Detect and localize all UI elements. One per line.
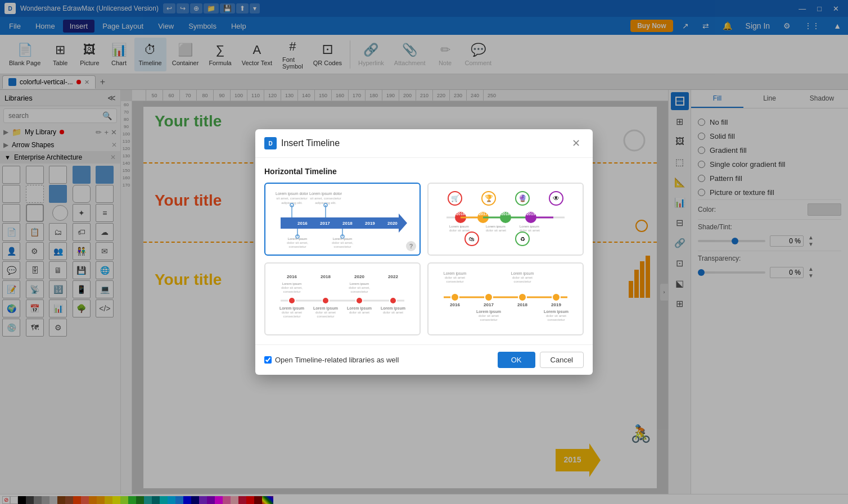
svg-text:Lorem ipsum: Lorem ipsum [511, 271, 534, 276]
svg-text:2019: 2019 [551, 302, 561, 307]
modal-title: D Insert Timeline [264, 137, 340, 149]
open-libraries-checkbox-label[interactable]: Open Timeline-related libraries as well [264, 356, 399, 364]
svg-point-82 [390, 297, 396, 304]
modal-logo: D [264, 137, 277, 149]
svg-text:sit amet, consectetur: sit amet, consectetur [310, 197, 341, 200]
svg-text:consectetur: consectetur [317, 315, 334, 318]
svg-text:2018: 2018 [517, 302, 527, 307]
timeline-options-grid: Lorem ipsum dolor sit amet, consectetur … [264, 183, 584, 335]
svg-text:2017: 2017 [320, 221, 330, 226]
timeline-section-title: Horizontal Timeline [264, 167, 584, 176]
modal-header: D Insert Timeline ✕ [255, 129, 593, 158]
svg-text:2017: 2017 [479, 212, 488, 216]
modal-footer-buttons: OK Cancel [498, 352, 584, 368]
timeline-1-help: ? [406, 241, 416, 251]
modal-footer: Open Timeline-related libraries as well … [255, 344, 593, 375]
svg-text:consectetur: consectetur [513, 280, 531, 283]
insert-timeline-modal: D Insert Timeline ✕ Horizontal Timeline … [255, 129, 593, 375]
svg-text:dolor sit amet,: dolor sit amet, [281, 286, 303, 289]
svg-point-80 [322, 297, 329, 304]
svg-text:🏆: 🏆 [485, 194, 493, 202]
timeline-preview-3: 2016 2018 2020 2022 Lorem ipsum dolor si… [265, 264, 420, 334]
svg-text:consectetur: consectetur [547, 318, 565, 321]
svg-point-103 [552, 293, 560, 301]
svg-text:Lorem ipsum: Lorem ipsum [282, 282, 302, 285]
modal-title-text: Insert Timeline [281, 138, 340, 148]
modal-close-btn[interactable]: ✕ [569, 136, 584, 151]
svg-text:Lorem ipsum: Lorem ipsum [288, 237, 308, 240]
svg-text:Lorem ipsum: Lorem ipsum [313, 306, 338, 311]
svg-text:sit amet, consectetur: sit amet, consectetur [276, 197, 307, 200]
svg-text:dolor sit amet: dolor sit amet [479, 314, 499, 317]
svg-text:2017: 2017 [484, 302, 494, 307]
open-libraries-checkbox[interactable] [264, 356, 272, 364]
svg-text:consectetur: consectetur [333, 245, 351, 248]
svg-text:Lorem ipsum: Lorem ipsum [381, 306, 405, 311]
svg-text:🛒: 🛒 [451, 194, 459, 202]
timeline-option-3[interactable]: 2016 2018 2020 2022 Lorem ipsum dolor si… [264, 262, 421, 335]
svg-point-79 [288, 297, 295, 304]
svg-text:2019: 2019 [526, 212, 535, 216]
svg-text:🛍: 🛍 [469, 236, 475, 242]
svg-text:🔮: 🔮 [518, 194, 527, 202]
modal-ok-btn[interactable]: OK [498, 352, 535, 368]
svg-text:👁: 👁 [553, 194, 560, 202]
open-libraries-label-text: Open Timeline-related libraries as well [275, 356, 399, 364]
svg-text:consectetur: consectetur [446, 280, 463, 283]
svg-text:Lorem ipsum: Lorem ipsum [520, 225, 539, 228]
timeline-preview-2: 🛒 🏆 🔮 👁 [428, 184, 583, 255]
svg-text:2019: 2019 [365, 221, 375, 226]
svg-text:♻: ♻ [520, 236, 525, 242]
svg-text:dolor sit amet: dolor sit amet [512, 276, 533, 279]
svg-text:Lorem ipsum: Lorem ipsum [476, 310, 501, 314]
timeline-preview-4: Lorem ipsum dolor sit amet consectetur L… [428, 264, 583, 334]
svg-text:2018: 2018 [342, 221, 353, 226]
svg-point-81 [356, 297, 363, 304]
svg-text:Lorem ipsum: Lorem ipsum [486, 225, 506, 228]
svg-text:2020: 2020 [549, 212, 558, 216]
svg-point-101 [485, 293, 493, 301]
svg-text:2016: 2016 [287, 274, 297, 279]
svg-text:dolor sit amet: dolor sit amet [486, 229, 506, 232]
svg-text:Lorem ipsum: Lorem ipsum [444, 271, 467, 276]
svg-text:dolor sit amet: dolor sit amet [383, 311, 403, 314]
svg-text:dolor sit amet: dolor sit amet [445, 276, 465, 279]
svg-text:2016: 2016 [450, 302, 460, 307]
svg-text:2016: 2016 [297, 221, 308, 226]
timeline-option-2[interactable]: 🛒 🏆 🔮 👁 [427, 183, 584, 256]
svg-text:Lorem ipsum: Lorem ipsum [333, 237, 353, 240]
svg-text:dolor sit amet,: dolor sit amet, [349, 286, 370, 289]
modal-cancel-btn[interactable]: Cancel [540, 352, 584, 368]
svg-text:dolor sit amet,: dolor sit amet, [287, 241, 308, 244]
svg-point-100 [451, 293, 459, 301]
modal-body: Horizontal Timeline Lorem ipsum dolor si… [255, 158, 593, 344]
svg-text:consectetur: consectetur [288, 245, 306, 248]
modal-overlay[interactable]: D Insert Timeline ✕ Horizontal Timeline … [0, 0, 848, 504]
svg-text:Lorem ipsum: Lorem ipsum [449, 225, 469, 228]
svg-text:dolor sit amet: dolor sit amet [282, 311, 302, 314]
timeline-option-4[interactable]: Lorem ipsum dolor sit amet consectetur L… [427, 262, 584, 335]
svg-text:2018: 2018 [501, 212, 510, 216]
svg-text:2016: 2016 [456, 212, 465, 216]
svg-text:dolor sit amet,: dolor sit amet, [332, 241, 353, 244]
svg-text:consectetur: consectetur [283, 290, 300, 293]
svg-text:Lorem ipsum: Lorem ipsum [544, 310, 569, 314]
svg-text:Lorem ipsum dolor: Lorem ipsum dolor [276, 192, 309, 196]
timeline-preview-1: Lorem ipsum dolor sit amet, consectetur … [265, 184, 420, 255]
svg-text:adipiscing elit.: adipiscing elit. [281, 201, 303, 205]
svg-text:consectetur: consectetur [350, 290, 368, 293]
svg-text:2020: 2020 [387, 221, 398, 226]
svg-text:adipiscing elit.: adipiscing elit. [315, 201, 336, 205]
svg-text:2018: 2018 [321, 274, 331, 279]
svg-text:2022: 2022 [388, 274, 398, 279]
svg-point-102 [518, 293, 526, 301]
svg-text:2020: 2020 [354, 274, 364, 279]
svg-text:Lorem ipsum: Lorem ipsum [347, 306, 372, 311]
svg-text:dolor sit amet: dolor sit amet [315, 311, 336, 314]
svg-text:Lorem ipsum dolor: Lorem ipsum dolor [309, 192, 342, 196]
svg-text:consectetur: consectetur [283, 315, 300, 318]
svg-text:dolor sit amet: dolor sit amet [349, 311, 369, 314]
svg-text:Lorem ipsum: Lorem ipsum [279, 306, 304, 311]
timeline-option-1[interactable]: Lorem ipsum dolor sit amet, consectetur … [264, 183, 421, 256]
svg-text:Lorem ipsum: Lorem ipsum [350, 282, 369, 285]
